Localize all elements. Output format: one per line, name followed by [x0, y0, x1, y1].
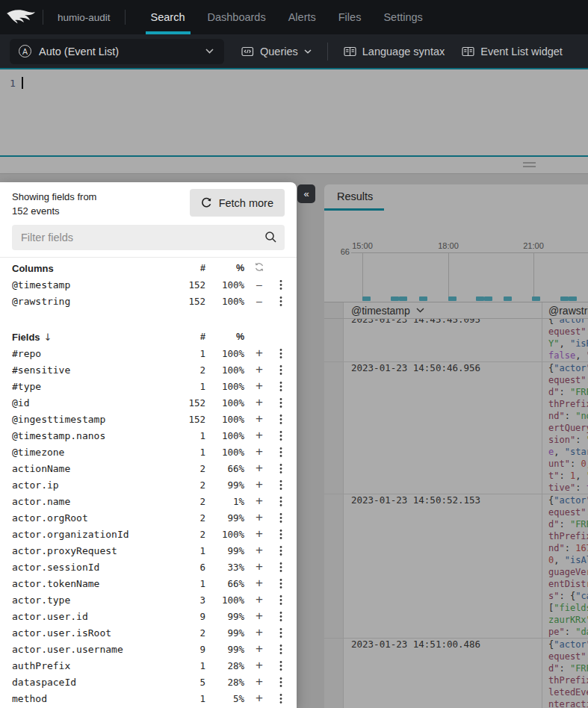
field-row-actor.proxyRequest[interactable]: actor.proxyRequest199%+ [0, 542, 297, 559]
field-row-@id[interactable]: @id152100%+ [0, 394, 297, 411]
add-column-icon[interactable]: + [256, 658, 263, 672]
kebab-menu-icon[interactable] [279, 611, 282, 622]
kebab-menu-icon[interactable] [279, 660, 282, 671]
queries-button[interactable]: Queries [241, 46, 312, 58]
remove-column-icon[interactable]: – [256, 295, 262, 307]
add-column-icon[interactable]: + [256, 691, 263, 705]
add-column-icon[interactable]: + [256, 510, 263, 524]
sort-descending-icon[interactable]: ↓ [44, 332, 52, 343]
field-row-method[interactable]: method15%+ [0, 690, 297, 707]
field-row-actor.ip[interactable]: actor.ip299%+ [0, 476, 297, 493]
field-name[interactable]: actor.type [12, 594, 171, 606]
add-column-icon[interactable]: + [256, 592, 263, 606]
kebab-menu-icon[interactable] [279, 463, 282, 474]
field-name[interactable]: actor.organizationId [12, 529, 171, 540]
add-column-icon[interactable]: + [256, 379, 263, 393]
add-column-icon[interactable]: + [256, 674, 263, 689]
kebab-menu-icon[interactable] [279, 693, 282, 704]
field-row-actor.type[interactable]: actor.type3100%+ [0, 591, 297, 608]
nav-item-search[interactable]: Search [140, 0, 196, 34]
kebab-menu-icon[interactable] [279, 279, 282, 291]
field-row-#repo[interactable]: #repo1100%+ [0, 345, 297, 361]
event-list-widget-button[interactable]: Event List widget [462, 46, 563, 58]
kebab-menu-icon[interactable] [279, 430, 282, 441]
field-name[interactable]: #type [12, 381, 171, 392]
add-column-icon[interactable]: + [256, 625, 263, 639]
add-column-icon[interactable]: + [256, 444, 263, 459]
kebab-menu-icon[interactable] [279, 627, 282, 639]
add-column-icon[interactable]: + [256, 543, 263, 557]
language-syntax-button[interactable]: Language syntax [344, 46, 445, 58]
field-name[interactable]: actor.user.id [12, 611, 171, 622]
nav-item-dashboards[interactable]: Dashboards [196, 0, 277, 34]
field-name[interactable]: actor.user.isRoot [12, 627, 171, 639]
kebab-menu-icon[interactable] [279, 296, 282, 307]
field-name[interactable]: actor.ip [12, 479, 171, 491]
field-row-@timezone[interactable]: @timezone1100%+ [0, 444, 297, 460]
field-row-#type[interactable]: #type1100%+ [0, 378, 297, 394]
add-column-icon[interactable]: + [256, 494, 263, 508]
remove-column-icon[interactable]: – [256, 279, 262, 291]
add-column-icon[interactable]: + [256, 412, 263, 426]
add-column-icon[interactable]: + [256, 362, 263, 376]
field-name[interactable]: actor.tokenName [12, 578, 171, 589]
kebab-menu-icon[interactable] [279, 529, 282, 540]
kebab-menu-icon[interactable] [279, 414, 282, 425]
field-row-actor.name[interactable]: actor.name21%+ [0, 493, 297, 509]
kebab-menu-icon[interactable] [279, 578, 282, 589]
fetch-more-button[interactable]: Fetch more [190, 189, 285, 217]
field-name[interactable]: @rawstring [12, 296, 171, 307]
field-name[interactable]: @ingesttimestamp [12, 414, 171, 425]
field-row-actor.orgRoot[interactable]: actor.orgRoot299%+ [0, 509, 297, 526]
kebab-menu-icon[interactable] [279, 381, 282, 392]
nav-item-files[interactable]: Files [327, 0, 373, 34]
add-column-icon[interactable]: + [256, 642, 263, 656]
field-name[interactable]: method [12, 693, 171, 704]
nav-item-alerts[interactable]: Alerts [277, 0, 327, 34]
field-name[interactable]: @id [12, 397, 171, 409]
field-row-actor.user.username[interactable]: actor.user.username999%+ [0, 641, 297, 657]
field-name[interactable]: actor.name [12, 496, 171, 507]
field-name[interactable]: authPrefix [12, 660, 171, 671]
field-row-authPrefix[interactable]: authPrefix128%+ [0, 657, 297, 674]
field-name[interactable]: actionName [12, 463, 171, 474]
kebab-menu-icon[interactable] [279, 644, 282, 655]
kebab-menu-icon[interactable] [279, 594, 282, 606]
crowdstrike-falcon-logo-icon[interactable] [6, 7, 36, 28]
column-row-@rawstring[interactable]: @rawstring152100%– [0, 293, 297, 309]
add-column-icon[interactable]: + [256, 428, 263, 442]
kebab-menu-icon[interactable] [279, 677, 282, 688]
field-name[interactable]: #sensitive [12, 364, 171, 376]
kebab-menu-icon[interactable] [279, 512, 282, 524]
kebab-menu-icon[interactable] [279, 348, 282, 359]
add-column-icon[interactable]: + [256, 346, 263, 360]
sync-columns-icon[interactable] [254, 262, 264, 272]
add-column-icon[interactable]: + [256, 461, 263, 475]
field-name[interactable]: #repo [12, 348, 171, 359]
field-row-@timestamp.nanos[interactable]: @timestamp.nanos1100%+ [0, 427, 297, 444]
kebab-menu-icon[interactable] [279, 397, 282, 409]
field-row-#sensitive[interactable]: #sensitive2100%+ [0, 361, 297, 378]
kebab-menu-icon[interactable] [279, 562, 282, 573]
field-row-actor.tokenName[interactable]: actor.tokenName166%+ [0, 575, 297, 591]
collapse-panel-button[interactable]: « [297, 184, 315, 203]
field-name[interactable]: actor.sessionId [12, 562, 171, 573]
add-column-icon[interactable]: + [256, 609, 263, 623]
add-column-icon[interactable]: + [256, 559, 263, 574]
field-row-actor.organizationId[interactable]: actor.organizationId2100%+ [0, 526, 297, 542]
add-column-icon[interactable]: + [256, 576, 263, 590]
field-name[interactable]: @timestamp.nanos [12, 430, 171, 441]
filter-fields-input[interactable] [12, 225, 285, 250]
field-row-dataspaceId[interactable]: dataspaceId528%+ [0, 674, 297, 690]
field-name[interactable]: @timestamp [12, 279, 171, 291]
field-name[interactable]: actor.proxyRequest [12, 545, 171, 556]
add-column-icon[interactable]: + [256, 527, 263, 541]
nav-item-settings[interactable]: Settings [372, 0, 433, 34]
column-row-@timestamp[interactable]: @timestamp152100%– [0, 276, 297, 293]
add-column-icon[interactable]: + [256, 395, 263, 409]
field-name[interactable]: @timezone [12, 447, 171, 458]
repository-name[interactable]: humio-audit [50, 12, 118, 23]
field-name[interactable]: actor.orgRoot [12, 512, 171, 524]
field-row-actor.user.isRoot[interactable]: actor.user.isRoot299%+ [0, 624, 297, 641]
kebab-menu-icon[interactable] [279, 364, 282, 376]
